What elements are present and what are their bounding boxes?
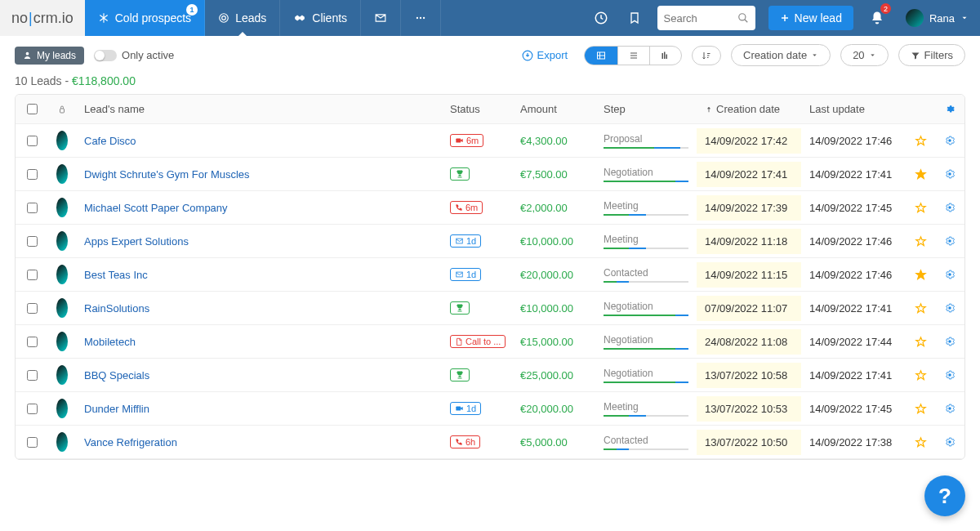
new-lead-button[interactable]: New lead <box>768 6 853 30</box>
lead-name-link[interactable]: Dunder Mifflin <box>84 403 149 415</box>
lead-avatar[interactable] <box>56 332 68 351</box>
row-settings-button[interactable] <box>944 403 956 414</box>
nav-more[interactable] <box>401 0 441 36</box>
notifications-button[interactable]: 2 <box>860 0 894 36</box>
status-badge: 6m <box>450 134 483 147</box>
col-amount[interactable]: Amount <box>512 96 595 122</box>
export-button[interactable]: Export <box>515 49 575 61</box>
lead-avatar[interactable] <box>56 164 68 184</box>
row-settings-button[interactable] <box>944 135 956 146</box>
lead-avatar[interactable] <box>56 365 68 385</box>
lead-name-link[interactable]: Best Teas Inc <box>84 269 148 281</box>
view-extended[interactable] <box>585 47 618 65</box>
lead-avatar[interactable] <box>56 198 68 217</box>
col-name[interactable]: Lead's name <box>76 96 442 122</box>
row-checkbox[interactable] <box>27 337 38 347</box>
row-checkbox[interactable] <box>27 203 38 213</box>
select-all-checkbox[interactable] <box>27 104 38 114</box>
filters-button[interactable]: Filters <box>898 44 965 66</box>
lead-avatar[interactable] <box>56 298 68 318</box>
row-settings-button[interactable] <box>944 168 956 180</box>
star-button[interactable] <box>915 168 927 181</box>
lead-updated: 14/09/2022 17:46 <box>801 128 906 154</box>
row-checkbox[interactable] <box>27 136 38 146</box>
status-badge: 6m <box>450 201 483 214</box>
row-checkbox[interactable] <box>27 236 38 247</box>
only-active-toggle[interactable]: Only active <box>94 49 174 61</box>
row-checkbox[interactable] <box>27 169 38 180</box>
lead-step: Negotiation <box>604 368 653 379</box>
lead-name-link[interactable]: Apps Expert Solutions <box>84 235 189 248</box>
bookmark-button[interactable] <box>618 0 651 36</box>
brand-logo[interactable]: no|crm.io <box>0 0 85 36</box>
page-size-dropdown[interactable]: 20 <box>840 44 888 66</box>
nav-leads[interactable]: Leads <box>205 0 280 36</box>
row-checkbox[interactable] <box>27 270 38 280</box>
my-leads-chip[interactable]: My leads <box>15 47 84 65</box>
lead-name-link[interactable]: Cafe Disco <box>84 135 136 147</box>
row-settings-button[interactable] <box>944 336 956 347</box>
nav-cold-prospects[interactable]: Cold prospects 1 <box>85 0 205 36</box>
step-progress <box>604 248 688 249</box>
nav-clients[interactable]: Clients <box>280 0 361 36</box>
lead-name-link[interactable]: Michael Scott Paper Company <box>84 202 228 214</box>
lead-avatar[interactable] <box>56 131 68 150</box>
lead-updated: 14/09/2022 17:46 <box>801 229 906 254</box>
table-row: Apps Expert Solutions 1d €10,000.00 Meet… <box>16 225 964 258</box>
status-badge <box>450 368 470 382</box>
star-button[interactable] <box>915 336 927 348</box>
user-menu[interactable]: Rana <box>894 9 980 27</box>
lead-avatar[interactable] <box>56 432 68 452</box>
lead-name-link[interactable]: RainSolutions <box>84 302 149 315</box>
search-box[interactable] <box>657 6 755 30</box>
row-settings-button[interactable] <box>944 202 956 213</box>
only-active-label: Only active <box>122 49 174 61</box>
col-step[interactable]: Step <box>595 98 697 120</box>
star-button[interactable] <box>915 269 927 281</box>
star-button[interactable] <box>915 436 927 448</box>
sort-order-button[interactable] <box>692 46 721 65</box>
col-created[interactable]: Creation date <box>697 96 801 122</box>
view-pipeline[interactable] <box>650 47 681 65</box>
row-settings-button[interactable] <box>944 369 956 381</box>
lead-name-link[interactable]: Vance Refrigeration <box>84 436 177 448</box>
lead-name-link[interactable]: BBQ Specials <box>84 369 149 382</box>
row-checkbox[interactable] <box>27 303 38 314</box>
lead-name-link[interactable]: Mobiletech <box>84 336 136 348</box>
status-badge <box>450 301 470 315</box>
row-settings-button[interactable] <box>944 302 956 314</box>
star-button[interactable] <box>915 302 927 315</box>
star-button[interactable] <box>915 135 927 147</box>
lead-name-link[interactable]: Dwight Schrute's Gym For Muscles <box>84 168 250 181</box>
search-input[interactable] <box>664 12 737 25</box>
lead-avatar[interactable] <box>56 265 68 284</box>
col-status[interactable]: Status <box>442 96 512 122</box>
row-checkbox[interactable] <box>27 404 38 414</box>
top-navbar: no|crm.io Cold prospects 1 Leads Clients <box>0 0 980 36</box>
row-settings-button[interactable] <box>944 436 956 448</box>
doc-icon <box>455 337 463 346</box>
col-updated[interactable]: Last update <box>801 96 906 122</box>
star-button[interactable] <box>915 369 927 382</box>
lead-avatar[interactable] <box>56 399 68 418</box>
column-settings[interactable] <box>935 97 964 122</box>
lead-updated: 14/09/2022 17:45 <box>801 195 906 221</box>
row-checkbox[interactable] <box>27 370 38 381</box>
lead-avatar[interactable] <box>56 231 68 251</box>
sort-field-dropdown[interactable]: Creation date <box>731 44 831 66</box>
nav-label: Cold prospects <box>115 11 191 25</box>
star-button[interactable] <box>915 235 927 248</box>
status-badge: 1d <box>450 234 481 248</box>
goals-button[interactable] <box>584 0 618 36</box>
row-settings-button[interactable] <box>944 269 956 280</box>
view-compact[interactable] <box>618 47 650 65</box>
nav-mail[interactable] <box>361 0 401 36</box>
my-leads-label: My leads <box>37 50 76 61</box>
star-button[interactable] <box>915 202 927 214</box>
row-checkbox[interactable] <box>27 437 38 448</box>
search-icon[interactable] <box>737 12 749 24</box>
row-settings-button[interactable] <box>944 235 956 247</box>
star-button[interactable] <box>915 403 927 415</box>
table-row: Michael Scott Paper Company 6m €2,000.00… <box>16 191 964 225</box>
lead-amount: €7,500.00 <box>520 168 568 181</box>
